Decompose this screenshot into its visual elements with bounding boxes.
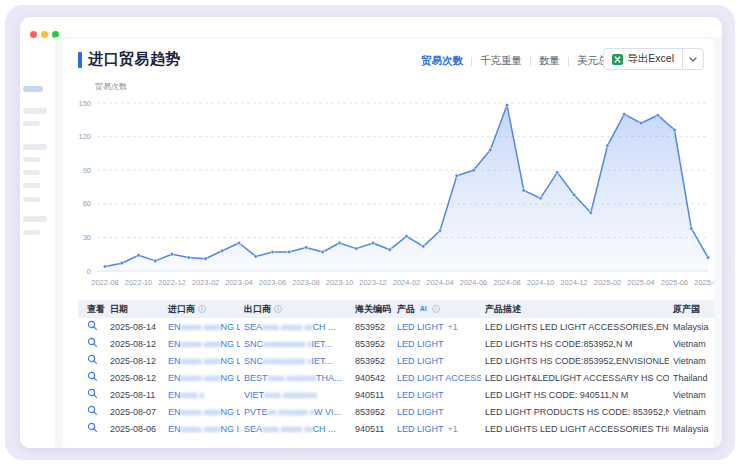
exporter-link[interactable]: SEAxxxx xxxxx xxCH ... [240,322,351,332]
importer-link[interactable]: ENxxxx x [164,390,240,400]
sidebar-item[interactable] [23,216,47,222]
trend-area-chart[interactable]: 0306090120150贸易次数2022-082022-102022-1220… [63,79,714,293]
hs-code-cell: 853952 [351,339,393,349]
importer-link[interactable]: ENxxxxx xxxxNG L... [164,356,240,366]
importer-link[interactable]: ENxxxxx xxxxNG L... [164,407,240,417]
hs-code-cell: 853952 [351,356,393,366]
exporter-link[interactable]: VIETxxxx xxxxxxxx [240,390,351,400]
sidebar-item[interactable] [23,183,40,188]
view-detail-button[interactable] [87,405,98,416]
importer-link[interactable]: ENxxxxx xxxxNG L... [164,373,240,383]
hs-code-cell: 940511 [351,424,393,434]
svg-text:90: 90 [83,166,91,175]
origin-cell: Vietnam [669,390,714,400]
export-options-caret[interactable] [682,49,703,69]
product-link[interactable]: LED LIGHT [397,424,444,434]
svg-text:30: 30 [83,233,91,242]
view-detail-button[interactable] [87,422,98,433]
view-detail-button[interactable] [87,371,98,382]
product-link[interactable]: LED LIGHT [397,322,444,332]
svg-text:2024-08: 2024-08 [493,278,521,287]
magnifier-icon [87,371,98,382]
exporter-link[interactable]: SNCxxxxxxxxxx xIET... [240,339,351,349]
sidebar-item[interactable] [23,121,40,126]
hs-code-cell: 940511 [351,390,393,400]
table-row: 2025-08-14 ENxxxxx xxxxNG L... SEAxxxx x… [78,318,714,335]
table-row: 2025-08-07 ENxxxxx xxxxNG L... PVTExx xx… [78,403,714,420]
sidebar-item[interactable] [23,230,40,235]
description-cell: LED LIGHT PRODUCTS HS CODE: 853952,NUWAT… [481,407,669,417]
sidebar-item[interactable] [23,197,40,202]
exporter-link[interactable]: BESTxxxx xxxxxxxTHA... [240,373,351,383]
export-excel-button[interactable]: 导出Excel [604,49,682,69]
magnifier-icon [87,405,98,416]
importer-link[interactable]: ENxxxxx xxxxNG L... [164,339,240,349]
description-cell: LED LIGHTS LED LIGHT ACCESSORIES THIS SH… [481,424,669,434]
product-link[interactable]: LED LIGHT [397,390,444,400]
origin-cell: Malaysia [669,424,714,434]
exporter-link[interactable]: SNCxxxxxxxxxx xIET... [240,356,351,366]
sidebar-item[interactable] [23,157,40,162]
export-excel-label: 导出Excel [627,52,674,66]
svg-text:2024-06: 2024-06 [460,278,488,287]
header-hs-code: 海关编码 [351,303,393,316]
product-link[interactable]: LED LIGHT [397,407,444,417]
date-cell: 2025-08-12 [106,373,164,383]
svg-text:2025-04: 2025-04 [627,278,655,287]
tab-kg-weight[interactable]: 千克重量 [480,54,522,68]
magnifier-icon [87,354,98,365]
info-icon[interactable]: i [274,305,282,313]
importer-link[interactable]: ENxxxxx xxxxNG I... [164,424,240,434]
sidebar-item[interactable] [23,144,47,150]
date-cell: 2025-08-06 [106,424,164,434]
view-detail-button[interactable] [87,320,98,331]
tab-separator [471,57,472,66]
exporter-link[interactable]: SEAxxxx xxxxx xxCH ... [240,424,351,434]
tab-quantity[interactable]: 数量 [539,54,560,68]
origin-cell: Thailand [669,373,714,383]
header-view: 查看 [78,303,106,316]
product-link[interactable]: LED LIGHT [397,339,444,349]
sidebar-item-active[interactable] [23,86,43,92]
svg-text:2024-10: 2024-10 [527,278,555,287]
hs-code-cell: 940542 [351,373,393,383]
svg-text:2023-02: 2023-02 [192,278,220,287]
origin-cell: Vietnam [669,407,714,417]
origin-cell: Vietnam [669,356,714,366]
svg-text:2023-04: 2023-04 [225,278,253,287]
svg-text:2025-08: 2025-08 [694,278,714,287]
svg-text:2024-02: 2024-02 [393,278,421,287]
excel-icon [612,54,623,65]
sidebar-item[interactable] [23,170,40,175]
view-detail-button[interactable] [87,388,98,399]
hs-code-cell: 853952 [351,322,393,332]
product-more-count: +1 [448,424,458,434]
svg-text:2023-06: 2023-06 [259,278,287,287]
svg-text:2023-10: 2023-10 [326,278,354,287]
close-window-button[interactable] [30,31,37,38]
exporter-link[interactable]: PVTExx xxxxxxx xW VI... [240,407,351,417]
screenshot-stage: 进口贸易趋势 贸易次数 千克重量 数量 美元总价 [0,0,740,465]
svg-text:2025-02: 2025-02 [594,278,622,287]
info-icon[interactable]: i [432,305,440,313]
minimize-window-button[interactable] [41,31,48,38]
header-importer: 进口商i [164,303,240,316]
tab-trade-count[interactable]: 贸易次数 [421,54,463,68]
header-description: 产品描述 [481,303,669,316]
info-icon[interactable]: i [198,305,206,313]
browser-window: 进口贸易趋势 贸易次数 千克重量 数量 美元总价 [20,17,722,448]
table-row: 2025-08-12 ENxxxxx xxxxNG L... SNCxxxxxx… [78,335,714,352]
metric-tabs: 贸易次数 千克重量 数量 美元总价 [421,54,619,68]
view-detail-button[interactable] [87,354,98,365]
date-cell: 2025-08-12 [106,339,164,349]
trade-trend-card: 进口贸易趋势 贸易次数 千克重量 数量 美元总价 [63,39,714,448]
importer-link[interactable]: ENxxxxx xxxxNG L... [164,322,240,332]
svg-text:2022-10: 2022-10 [125,278,153,287]
svg-text:2023-08: 2023-08 [292,278,320,287]
product-link[interactable]: LED LIGHT [397,356,444,366]
product-link[interactable]: LED LIGHT ACCESSORY [397,373,481,383]
header-product: 产品AIi [393,303,481,316]
sidebar-item[interactable] [23,108,47,114]
main-content: 进口贸易趋势 贸易次数 千克重量 数量 美元总价 [55,37,722,448]
view-detail-button[interactable] [87,337,98,348]
